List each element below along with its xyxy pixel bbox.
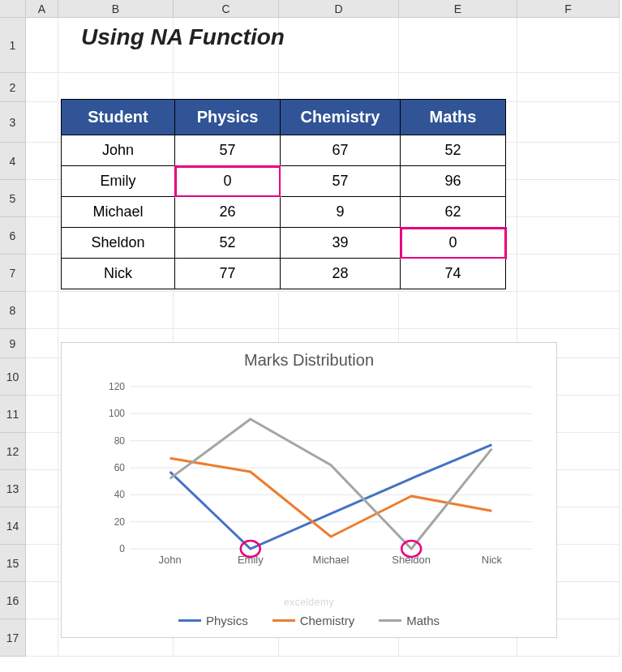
watermark-brand: exceldemy xyxy=(284,597,334,608)
chart-container[interactable]: Marks Distribution 020406080100120JohnEm… xyxy=(61,342,557,638)
table-header-maths: Maths xyxy=(401,100,506,135)
row-header-15[interactable]: 15 xyxy=(0,545,26,582)
cell-maths[interactable]: 0 xyxy=(401,228,506,259)
y-tick-label: 60 xyxy=(114,462,126,473)
row-header-16[interactable]: 16 xyxy=(0,582,26,619)
page-title: Using NA Function xyxy=(81,24,285,50)
cell-student[interactable]: Michael xyxy=(62,197,175,228)
row-header-7[interactable]: 7 xyxy=(0,255,26,292)
legend-item-maths[interactable]: Maths xyxy=(379,614,440,627)
select-all-corner[interactable] xyxy=(0,0,26,18)
chart-legend: PhysicsChemistryMaths xyxy=(62,614,556,627)
row-header-14[interactable]: 14 xyxy=(0,507,26,545)
col-header-B[interactable]: B xyxy=(58,0,174,18)
cell-physics[interactable]: 77 xyxy=(175,259,281,289)
column-headers-row: ABCDEF xyxy=(0,0,622,18)
x-tick-label: Emily xyxy=(238,554,264,566)
row-header-9[interactable]: 9 xyxy=(0,329,26,358)
cell-student[interactable]: Sheldon xyxy=(62,228,175,259)
table-header-physics: Physics xyxy=(175,100,281,135)
cell-physics[interactable]: 26 xyxy=(175,197,281,228)
series-maths[interactable] xyxy=(170,419,492,549)
row-header-2[interactable]: 2 xyxy=(0,73,26,102)
series-physics[interactable] xyxy=(170,445,492,549)
y-tick-label: 40 xyxy=(114,489,126,500)
chart-plot: 020406080100120JohnEmilyMichaelSheldonNi… xyxy=(102,382,540,576)
cell-maths[interactable]: 74 xyxy=(401,259,506,289)
table-row: Emily05796 xyxy=(62,166,506,197)
col-header-C[interactable]: C xyxy=(174,0,279,18)
x-tick-label: Nick xyxy=(482,554,503,566)
cell-chemistry[interactable]: 67 xyxy=(281,135,401,166)
col-header-A[interactable]: A xyxy=(26,0,58,18)
row-header-8[interactable]: 8 xyxy=(0,292,26,329)
row-header-13[interactable]: 13 xyxy=(0,470,26,507)
table-header-student: Student xyxy=(62,100,175,135)
table-row: Michael26962 xyxy=(62,197,506,228)
table-row: Nick772874 xyxy=(62,259,506,289)
table-row: John576752 xyxy=(62,135,506,166)
y-tick-label: 100 xyxy=(109,408,125,419)
cell-physics[interactable]: 57 xyxy=(175,135,281,166)
x-tick-label: Sheldon xyxy=(392,554,431,566)
legend-swatch xyxy=(272,619,295,622)
row-headers: 1234567891011121314151617 xyxy=(0,18,26,657)
row-header-3[interactable]: 3 xyxy=(0,102,26,143)
col-header-D[interactable]: D xyxy=(279,0,399,18)
watermark: exceldemy xyxy=(284,597,334,608)
row-header-12[interactable]: 12 xyxy=(0,433,26,470)
cell-maths[interactable]: 62 xyxy=(401,197,506,228)
cell-maths[interactable]: 96 xyxy=(401,166,506,197)
y-tick-label: 20 xyxy=(114,516,126,528)
x-tick-label: Michael xyxy=(313,554,350,566)
y-tick-label: 120 xyxy=(109,382,125,392)
cell-maths[interactable]: 52 xyxy=(401,135,506,166)
cell-chemistry[interactable]: 28 xyxy=(281,259,401,289)
row-header-6[interactable]: 6 xyxy=(0,217,26,255)
cell-student[interactable]: John xyxy=(62,135,175,166)
y-tick-label: 0 xyxy=(119,543,125,554)
cell-physics[interactable]: 0 xyxy=(175,166,281,197)
legend-swatch xyxy=(178,619,201,622)
row-header-17[interactable]: 17 xyxy=(0,619,26,657)
cell-student[interactable]: Nick xyxy=(62,259,175,289)
legend-label: Maths xyxy=(406,614,440,627)
chart-title: Marks Distribution xyxy=(62,351,556,370)
table-header-chemistry: Chemistry xyxy=(281,100,401,135)
legend-label: Physics xyxy=(206,614,248,627)
y-tick-label: 80 xyxy=(114,435,126,447)
cell-physics[interactable]: 52 xyxy=(175,228,281,259)
row-header-11[interactable]: 11 xyxy=(0,396,26,433)
legend-item-physics[interactable]: Physics xyxy=(178,614,248,627)
row-header-4[interactable]: 4 xyxy=(0,143,26,180)
legend-swatch xyxy=(379,619,401,622)
col-header-E[interactable]: E xyxy=(399,0,517,18)
table-row: Sheldon52390 xyxy=(62,228,506,259)
cell-student[interactable]: Emily xyxy=(62,166,175,197)
legend-label: Chemistry xyxy=(300,614,355,627)
series-chemistry[interactable] xyxy=(170,458,492,537)
x-tick-label: John xyxy=(158,554,181,566)
cell-chemistry[interactable]: 9 xyxy=(281,197,401,228)
legend-item-chemistry[interactable]: Chemistry xyxy=(272,614,355,627)
cell-chemistry[interactable]: 39 xyxy=(281,228,401,259)
row-header-1[interactable]: 1 xyxy=(0,18,26,73)
data-table: StudentPhysicsChemistryMaths John576752E… xyxy=(61,99,506,289)
row-header-10[interactable]: 10 xyxy=(0,358,26,396)
row-header-5[interactable]: 5 xyxy=(0,180,26,217)
col-header-F[interactable]: F xyxy=(517,0,620,18)
cell-chemistry[interactable]: 57 xyxy=(281,166,401,197)
